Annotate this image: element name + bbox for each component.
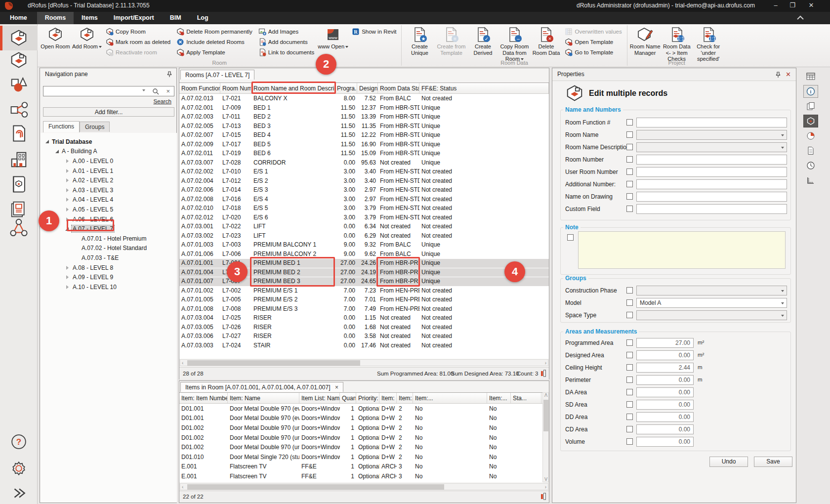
tree-item-label[interactable]: A.08 - LEVEL 8 [73, 264, 113, 271]
field-checkbox[interactable] [626, 377, 633, 383]
tree-item-label[interactable]: A.07.02 - Hotel Standard [82, 245, 147, 252]
scroll-right-icon[interactable]: › [545, 360, 546, 366]
column-header[interactable]: Quant... [340, 393, 356, 403]
tree-item[interactable]: A.07.03 - T&E [41, 253, 177, 263]
table-row[interactable]: A.07.02.007L7-015BED 411.5012.22From HBR… [179, 130, 549, 140]
table-row[interactable]: A.07.02.004L7-012E/S 23.003.40From HEN-S… [179, 176, 549, 186]
field-checkbox[interactable] [626, 168, 633, 175]
column-header[interactable]: Item: R... [379, 393, 397, 403]
info-icon[interactable]: i [803, 85, 818, 98]
tab-items[interactable]: Items [74, 12, 106, 24]
column-header[interactable]: Item:... [487, 393, 511, 403]
add-documents-button[interactable]: Add documents [257, 37, 316, 47]
tree-item-label[interactable]: A.09 - LEVEL 9 [73, 274, 113, 281]
render-icon[interactable] [803, 129, 818, 142]
field-checkbox[interactable] [626, 438, 633, 445]
table-row[interactable]: A.07.01.006L7-006PREMIUM BALCONY 29.009.… [179, 250, 549, 259]
column-header[interactable]: Sta... [511, 393, 541, 403]
measure-icon[interactable] [803, 174, 818, 187]
reactivate-room-button[interactable]: Reactivate room [104, 47, 172, 57]
tree-item[interactable]: Trial Database [41, 137, 177, 147]
table-row[interactable]: D01.001Door Metal Double 970 (even)Doors… [179, 404, 542, 414]
field-checkbox[interactable] [626, 181, 633, 187]
field-checkbox[interactable] [626, 131, 633, 138]
field-input-user-room-number[interactable] [636, 167, 787, 177]
copy-room-data-from-room-button[interactable]: –Copy Room Data from Room [499, 26, 530, 59]
table-row[interactable]: A.07.02.003L7-011BED 211.5013.39From HBR… [179, 112, 549, 122]
tree-expand-icon[interactable] [66, 198, 69, 202]
field-checkbox[interactable] [626, 206, 633, 212]
table-row[interactable]: A.07.03.005L7-026RISER0.001.68Not create… [179, 323, 549, 332]
scroll-left-icon[interactable]: ‹ [182, 484, 183, 490]
table-row[interactable]: A.07.01.002L7-002PREMIUM E/S 17.007.23Fr… [179, 286, 549, 295]
tree-expand-icon[interactable] [66, 275, 69, 279]
maximize-button[interactable]: ❐ [786, 0, 799, 12]
open-room-button[interactable]: Open Room [40, 26, 71, 59]
column-header[interactable]: Room Data Status [378, 83, 419, 93]
column-header[interactable]: Item: Item Number▲ [179, 393, 228, 403]
column-header[interactable]: Progra... [335, 83, 357, 93]
room-data-item-checks-button[interactable]: 1:1Room Data <- > Item Checks [662, 26, 692, 59]
tree-item-label[interactable]: A.07.01 - Hotel Premium [82, 235, 146, 242]
sidebar-systems-icon[interactable] [9, 175, 28, 194]
field-checkbox[interactable] [626, 339, 633, 346]
tree-expand-icon[interactable] [66, 266, 69, 270]
table-row[interactable]: A.07.03.003L7-024STAIR0.0017.46Not creat… [179, 341, 549, 350]
tree-item[interactable]: A.10 - LEVEL 10 [41, 282, 177, 292]
table-row[interactable]: E.001Flatscreen TVFF&E1OptionalARCH3NoNo [179, 471, 542, 481]
field-input-dd-area[interactable]: 0.00 [636, 412, 694, 422]
tree-item-label[interactable]: Trial Database [52, 138, 92, 145]
table-row[interactable]: D01.002Door Metal Double 970 (unev...Doo… [179, 442, 542, 452]
search-link[interactable]: Search [154, 98, 171, 104]
include-deleted-rooms-button[interactable]: Include deleted Rooms [175, 37, 254, 47]
delete-room-permanently-button[interactable]: Delete Room permanently [175, 26, 254, 37]
tab-bim[interactable]: BIM [162, 12, 189, 24]
items-tab[interactable]: Items in Room [A.07.01.001, A.07.01.004,… [180, 382, 343, 392]
minimize-button[interactable]: – [769, 0, 783, 12]
table-icon[interactable] [803, 70, 818, 83]
field-input-ceiling-height[interactable]: 2.44 [636, 363, 694, 373]
mark-room-as-deleted-button[interactable]: Mark room as deleted [104, 37, 172, 47]
table-row[interactable]: D01.001Door Metal Double 970 (even)Doors… [179, 414, 542, 423]
field-checkbox[interactable] [626, 352, 633, 358]
table-row[interactable]: A.07.03.007L7-028CORRIDOR0.0095.63Not cr… [179, 158, 549, 168]
table-row[interactable]: A.07.02.002L7-010E/S 13.003.40From HEN-S… [179, 167, 549, 176]
apply-template-button[interactable]: Apply Template [175, 47, 254, 57]
scroll-right-icon[interactable]: › [545, 484, 546, 490]
tree-expand-icon[interactable] [66, 208, 69, 211]
column-header[interactable]: Designe... [357, 83, 378, 93]
field-input-sd-area[interactable]: 0.00 [636, 400, 694, 410]
tree-item-label[interactable]: A.10 - LEVEL 10 [73, 284, 117, 291]
table-row[interactable]: A.07.03.002L7-023LIFT0.006.29Not created… [179, 231, 549, 241]
table-row[interactable]: A.07.01.005L7-005PREMIUM E/S 27.007.01Fr… [179, 295, 549, 304]
column-header[interactable]: Priority: D... [356, 393, 379, 403]
tree-item[interactable]: A - Building A [41, 147, 177, 157]
show-in-revit-button[interactable]: RShow in Revit [350, 26, 398, 37]
sidebar-item-relations-icon[interactable] [9, 100, 28, 119]
tree-collapse-icon[interactable] [55, 150, 59, 153]
sidebar-rooms-icon[interactable] [9, 29, 28, 47]
open-template-button[interactable]: Open Template [563, 37, 623, 47]
field-input-room-function-[interactable] [636, 118, 787, 127]
tree-item[interactable]: A.07.01 - Hotel Premium [41, 234, 177, 244]
column-header[interactable]: FF&E: Status [419, 83, 549, 93]
field-input-room-name[interactable] [636, 130, 787, 140]
table-row[interactable]: A.07.03.004L7-025RISER0.001.15Not create… [179, 313, 549, 323]
tree-expand-icon[interactable] [66, 159, 69, 163]
model-dark-icon[interactable] [803, 115, 818, 127]
field-input-da-area[interactable]: 0.00 [636, 387, 694, 397]
rooms-hscroll-thumb[interactable] [187, 360, 360, 366]
table-row[interactable]: D01.010Door Metal Single 720 (stud)Doors… [179, 452, 542, 462]
tree-item-label[interactable]: A.02 - LEVEL 2 [73, 177, 113, 184]
sidebar-attachments-icon[interactable] [9, 124, 28, 143]
table-row[interactable]: A.07.02.009L7-017BED 511.5016.90From HBR… [179, 140, 549, 149]
sidebar-room-templates-icon[interactable] [9, 51, 28, 70]
create-from-template-button[interactable]: ≡Create from Template [436, 26, 466, 59]
tree-item[interactable]: A.08 - LEVEL 8 [41, 263, 177, 273]
field-input-model[interactable]: Model A [636, 298, 787, 308]
check-for-under-specified--button[interactable]: 1:1Check for 'under specified' [693, 26, 724, 59]
table-row[interactable]: A.07.01.003L7-003PREMIUM BALCONY 19.009.… [179, 240, 549, 250]
sidebar-reports-icon[interactable] [9, 200, 28, 218]
create-unique-button[interactable]: ★Create Unique [404, 26, 435, 59]
table-row[interactable]: A.07.02.013L7-021BALCONY X8.007.52From B… [179, 94, 549, 103]
